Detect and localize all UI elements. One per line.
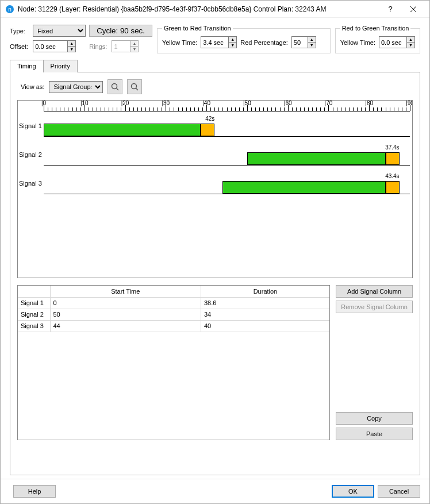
r2g-legend: Red to Green Transition — [340, 25, 411, 32]
tab-priority[interactable]: Priority — [43, 60, 78, 72]
bar-end-label: 43.4s — [385, 173, 399, 179]
g2r-yellow-input[interactable] — [201, 36, 228, 48]
cell-start[interactable]: 0 — [50, 297, 201, 309]
ok-button[interactable]: OK — [332, 485, 374, 498]
viewas-select[interactable]: Signal Groups — [49, 81, 103, 93]
remove-signal-button: Remove Signal Column — [336, 301, 413, 313]
spin-down-icon[interactable]: ▼ — [229, 43, 236, 48]
app-icon: n — [5, 5, 14, 14]
timeline-row-label: Signal 1 — [19, 122, 42, 129]
g2r-legend: Green to Red Transition — [162, 25, 233, 32]
zoom-in-icon[interactable] — [108, 79, 122, 94]
offset-spinner[interactable]: ▲▼ — [33, 40, 86, 52]
spin-up-icon[interactable]: ▲ — [308, 37, 316, 43]
table-row[interactable]: Signal 25034 — [18, 309, 329, 320]
signal-table[interactable]: Start Time Duration Signal 1038.6Signal … — [17, 285, 330, 440]
svg-text:n: n — [8, 6, 11, 13]
g2r-redpct-input[interactable] — [291, 36, 308, 48]
rings-input — [112, 40, 130, 52]
cell-duration[interactable]: 38.6 — [201, 297, 329, 309]
spin-down-icon: ▼ — [130, 47, 138, 52]
bar-end-label: 37.4s — [385, 144, 399, 151]
green-bar[interactable] — [247, 152, 386, 165]
add-signal-button[interactable]: Add Signal Column — [336, 285, 413, 298]
paste-button[interactable]: Paste — [336, 428, 413, 440]
red-to-green-group: Red to Green Transition Yellow Time: ▲▼ — [335, 25, 420, 53]
row-name: Signal 1 — [18, 297, 50, 309]
offset-label: Offset: — [10, 43, 29, 50]
g2r-redpct-label: Red Percentage: — [240, 39, 288, 46]
viewas-label: View as: — [21, 83, 44, 90]
copy-button[interactable]: Copy — [336, 412, 413, 425]
r2g-yellow-input[interactable] — [379, 36, 406, 48]
timeline-chart[interactable]: |0|10|20|30|40|50|60|70|80|90 Signal 142… — [17, 100, 413, 278]
titlebar: n Node: 31229 (Layer: Residential) {baa5… — [1, 1, 429, 18]
col-start: Start Time — [50, 286, 201, 297]
svg-point-6 — [132, 84, 137, 89]
svg-line-7 — [136, 89, 139, 91]
window-title: Node: 31229 (Layer: Residential) {baa5b2… — [18, 5, 379, 13]
timeline-row[interactable]: Signal 237.4s — [18, 142, 412, 171]
dialog-window: n Node: 31229 (Layer: Residential) {baa5… — [0, 0, 430, 504]
svg-line-5 — [117, 89, 119, 91]
cell-duration[interactable]: 34 — [201, 309, 329, 320]
yellow-bar[interactable] — [201, 124, 214, 136]
col-duration: Duration — [201, 286, 329, 297]
spin-up-icon[interactable]: ▲ — [229, 37, 236, 43]
yellow-bar[interactable] — [386, 152, 400, 165]
r2g-yellow-spinner[interactable]: ▲▼ — [379, 36, 415, 48]
yellow-bar[interactable] — [386, 181, 400, 194]
spin-down-icon[interactable]: ▼ — [68, 47, 75, 52]
row-name: Signal 2 — [18, 309, 50, 320]
green-bar[interactable] — [222, 181, 385, 194]
green-bar[interactable] — [44, 124, 201, 136]
timeline-row[interactable]: Signal 343.4s — [18, 171, 412, 199]
r2g-yellow-label: Yellow Time: — [340, 39, 375, 46]
spin-up-icon: ▲ — [130, 41, 138, 47]
table-row[interactable]: Signal 1038.6 — [18, 297, 329, 309]
spin-up-icon[interactable]: ▲ — [407, 37, 414, 43]
bar-end-label: 42s — [205, 116, 214, 122]
svg-point-4 — [112, 84, 117, 89]
timeline-row[interactable]: Signal 142s — [18, 113, 412, 142]
cell-duration[interactable]: 40 — [201, 320, 329, 332]
rings-spinner: ▲▼ — [112, 40, 139, 52]
g2r-yellow-spinner[interactable]: ▲▼ — [201, 36, 237, 48]
type-label: Type: — [10, 28, 29, 34]
spin-down-icon[interactable]: ▼ — [308, 43, 316, 48]
help-icon[interactable]: ? — [379, 1, 402, 17]
timeline-row-label: Signal 3 — [19, 180, 42, 187]
cell-start[interactable]: 50 — [50, 309, 201, 320]
cycle-button[interactable]: Cycle: 90 sec. — [89, 25, 152, 37]
table-row[interactable]: Signal 34440 — [18, 320, 329, 332]
help-button[interactable]: Help — [13, 485, 56, 498]
g2r-redpct-spinner[interactable]: ▲▼ — [291, 36, 316, 48]
offset-input[interactable] — [33, 40, 67, 52]
zoom-out-icon[interactable] — [127, 79, 142, 94]
timeline-row-label: Signal 2 — [19, 151, 42, 158]
cell-start[interactable]: 44 — [50, 320, 201, 332]
g2r-yellow-label: Yellow Time: — [162, 39, 197, 46]
type-select[interactable]: Fixed — [33, 25, 86, 37]
spin-down-icon[interactable]: ▼ — [407, 43, 414, 48]
cancel-button[interactable]: Cancel — [378, 485, 420, 498]
spin-up-icon[interactable]: ▲ — [68, 41, 75, 47]
row-name: Signal 3 — [18, 320, 50, 332]
rings-label: Rings: — [89, 43, 108, 50]
green-to-red-group: Green to Red Transition Yellow Time: ▲▼ … — [157, 25, 331, 53]
close-icon[interactable] — [402, 1, 425, 17]
tab-timing[interactable]: Timing — [10, 60, 44, 72]
